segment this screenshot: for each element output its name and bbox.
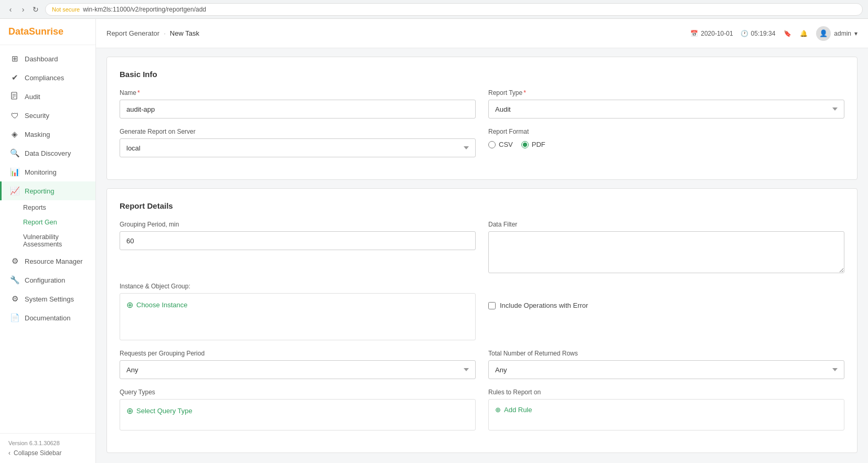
report-type-group: Report Type* Audit <box>488 89 844 119</box>
server-group: Generate Report on Server local <box>120 128 476 157</box>
username: admin <box>834 30 851 37</box>
requests-rows-row: Requests per Grouping Period Any 1 10 10… <box>120 350 844 379</box>
clock-icon: 🕐 <box>741 30 748 37</box>
sidebar-item-label: Data Discovery <box>25 149 71 157</box>
masking-icon: ◈ <box>10 130 19 139</box>
sidebar-item-label: Security <box>25 112 49 120</box>
sidebar-item-masking[interactable]: ◈ Masking <box>0 125 95 144</box>
configuration-icon: 🔧 <box>10 275 19 285</box>
report-details-card: Report Details Grouping Period, min Data… <box>106 188 858 453</box>
refresh-button[interactable]: ↻ <box>30 4 41 15</box>
sidebar-item-resource-manager[interactable]: ⚙ Resource Manager <box>0 252 95 271</box>
sidebar-item-dashboard[interactable]: ⊞ Dashboard <box>0 49 95 68</box>
basic-info-card: Basic Info Name* Report Type* <box>106 57 858 180</box>
data-filter-label: Data Filter <box>488 221 844 228</box>
back-button[interactable]: ‹ <box>5 4 16 15</box>
address-bar[interactable]: Not secure win-km2ls:11000/v2/reporting/… <box>45 3 863 16</box>
sidebar-item-data-discovery[interactable]: 🔍 Data Discovery <box>0 144 95 163</box>
error-label-spacer <box>488 283 844 290</box>
version-label: Version 6.3.1.30628 <box>8 440 87 446</box>
total-rows-select[interactable]: Any 100 1000 10000 <box>488 360 844 379</box>
sidebar-item-compliances[interactable]: ✔ Compliances <box>0 68 95 87</box>
breadcrumb-separator: · <box>164 29 166 37</box>
requests-group: Requests per Grouping Period Any 1 10 10… <box>120 350 476 379</box>
select-query-type-button[interactable]: ⊕ Select Query Type <box>126 406 192 416</box>
sidebar-sub-report-gen[interactable]: Report Gen <box>0 215 95 230</box>
page-content: Basic Info Name* Report Type* <box>96 48 868 463</box>
logo-sunrise: Sunrise <box>29 26 63 37</box>
format-label: Report Format <box>488 128 844 135</box>
bookmark-icon[interactable]: 🔖 <box>784 30 791 37</box>
sidebar-sub-reports[interactable]: Reports <box>0 200 95 215</box>
documentation-icon: 📄 <box>10 313 19 322</box>
chevron-down-icon: ▾ <box>854 30 858 37</box>
user-menu[interactable]: 👤 admin ▾ <box>816 26 858 41</box>
pdf-radio[interactable] <box>521 141 529 148</box>
requests-label: Requests per Grouping Period <box>120 350 476 357</box>
sidebar-item-audit[interactable]: Audit <box>0 87 95 106</box>
name-server-row: Name* Report Type* Audit <box>120 89 844 119</box>
data-filter-group: Data Filter <box>488 221 844 273</box>
rules-box: ⊕ Add Rule <box>488 399 844 430</box>
include-error-item[interactable]: Include Operations with Error <box>488 302 844 309</box>
sidebar-item-reporting[interactable]: 📈 Reporting <box>0 181 95 200</box>
data-discovery-icon: 🔍 <box>10 148 19 158</box>
logo-data: Data <box>8 26 29 37</box>
format-radio-group: CSV PDF <box>488 141 844 148</box>
sidebar-item-label: Dashboard <box>25 55 58 63</box>
query-types-group: Query Types ⊕ Select Query Type <box>120 389 476 430</box>
report-type-select[interactable]: Audit <box>488 100 844 119</box>
breadcrumb-current: New Task <box>170 29 199 37</box>
sidebar-item-label: Configuration <box>25 276 65 284</box>
bell-icon[interactable]: 🔔 <box>800 30 808 37</box>
sidebar-item-label: Resource Manager <box>25 257 83 265</box>
breadcrumb-parent[interactable]: Report Generator <box>106 29 159 37</box>
time-value: 05:19:34 <box>751 30 776 37</box>
collapse-sidebar-button[interactable]: ‹ Collapse Sidebar <box>8 449 87 457</box>
sidebar-item-documentation[interactable]: 📄 Documentation <box>0 308 95 327</box>
security-icon: 🛡 <box>10 111 19 120</box>
csv-radio-item[interactable]: CSV <box>488 141 513 148</box>
sidebar-item-security[interactable]: 🛡 Security <box>0 106 95 125</box>
choose-instance-button[interactable]: ⊕ Choose Instance <box>126 300 188 310</box>
name-required: * <box>137 89 140 96</box>
compliances-icon: ✔ <box>10 73 19 82</box>
server-label: Generate Report on Server <box>120 128 476 135</box>
add-rule-button[interactable]: ⊕ Add Rule <box>495 406 532 414</box>
sidebar-item-configuration[interactable]: 🔧 Configuration <box>0 271 95 289</box>
date-value: 2020-10-01 <box>701 30 733 37</box>
sidebar-item-monitoring[interactable]: 📊 Monitoring <box>0 163 95 181</box>
report-type-required: * <box>523 89 526 96</box>
grouping-input[interactable] <box>120 231 476 250</box>
sidebar-item-system-settings[interactable]: ⚙ System Settings <box>0 289 95 308</box>
resource-manager-icon: ⚙ <box>10 256 19 266</box>
basic-info-title: Basic Info <box>120 70 844 79</box>
forward-button[interactable]: › <box>18 4 28 15</box>
server-select[interactable]: local <box>120 138 476 157</box>
name-input[interactable] <box>120 100 476 119</box>
include-error-label: Include Operations with Error <box>500 302 588 309</box>
name-label: Name* <box>120 89 476 96</box>
include-error-checkbox[interactable] <box>488 302 496 309</box>
collapse-icon: ‹ <box>8 449 10 457</box>
format-group: Report Format CSV PDF <box>488 128 844 157</box>
pdf-radio-item[interactable]: PDF <box>521 141 545 148</box>
avatar: 👤 <box>816 26 831 41</box>
top-header: Report Generator · New Task 📅 2020-10-01… <box>96 19 868 48</box>
header-right: 📅 2020-10-01 🕐 05:19:34 🔖 🔔 👤 admin ▾ <box>690 26 858 41</box>
server-format-row: Generate Report on Server local Report F… <box>120 128 844 157</box>
sidebar-sub-vulnerability[interactable]: Vulnerability Assessments <box>0 230 95 252</box>
plus-icon: ⊕ <box>126 300 133 310</box>
rules-group: Rules to Report on ⊕ Add Rule <box>488 389 844 430</box>
query-rules-row: Query Types ⊕ Select Query Type Rules to… <box>120 389 844 430</box>
total-rows-group: Total Number of Returned Rows Any 100 10… <box>488 350 844 379</box>
name-group: Name* <box>120 89 476 119</box>
instance-group: Instance & Object Group: ⊕ Choose Instan… <box>120 283 476 340</box>
sidebar-item-label: Documentation <box>25 314 70 322</box>
date-item: 📅 2020-10-01 <box>690 30 733 37</box>
data-filter-textarea[interactable] <box>488 231 844 273</box>
csv-radio[interactable] <box>488 141 496 148</box>
query-types-label: Query Types <box>120 389 476 396</box>
add-rule-label: Add Rule <box>504 406 532 414</box>
requests-select[interactable]: Any 1 10 100 <box>120 360 476 379</box>
